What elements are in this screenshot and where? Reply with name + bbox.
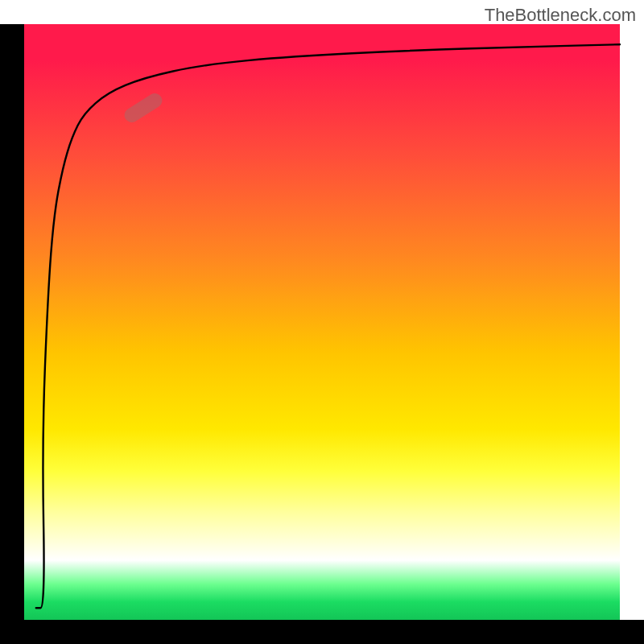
attribution-text: TheBottleneck.com — [485, 5, 636, 26]
x-axis-band — [0, 620, 644, 644]
bottleneck-curve-path — [36, 44, 620, 608]
bottleneck-curve-svg — [24, 24, 620, 620]
y-axis-band — [0, 24, 24, 620]
